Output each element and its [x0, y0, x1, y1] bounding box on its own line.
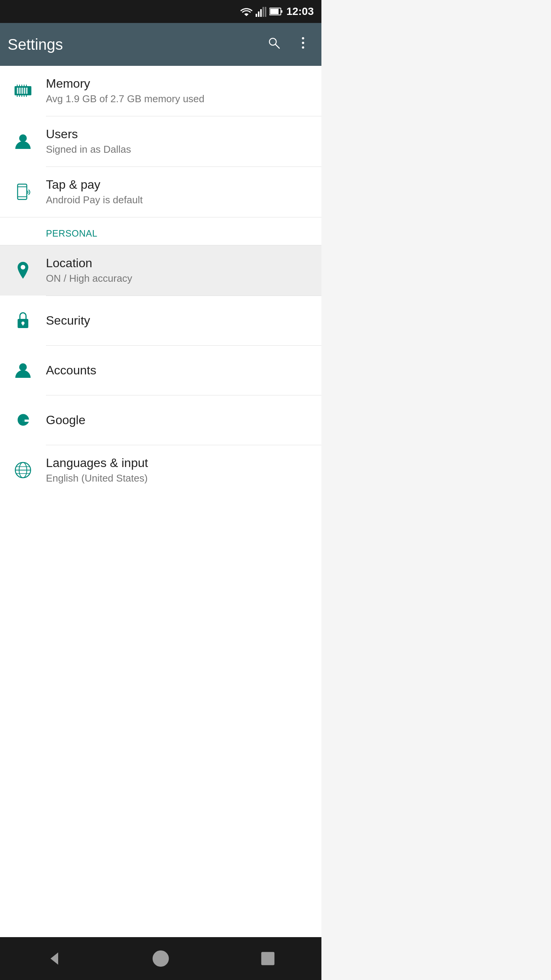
svg-rect-22: [24, 85, 24, 86]
svg-marker-44: [51, 952, 58, 965]
svg-point-45: [153, 951, 168, 966]
app-bar: Settings: [0, 23, 321, 66]
accounts-title: Accounts: [46, 363, 96, 377]
app-bar-title: Settings: [8, 36, 256, 53]
svg-point-33: [21, 265, 25, 270]
settings-item-users[interactable]: Users Signed in as Dallas: [0, 116, 321, 167]
svg-rect-36: [23, 323, 24, 325]
security-icon: [9, 307, 37, 334]
settings-item-google[interactable]: G Google: [0, 395, 321, 445]
svg-rect-20: [19, 85, 20, 86]
wifi-icon: [240, 7, 253, 16]
more-options-button[interactable]: [292, 32, 314, 57]
section-header-personal-label: Personal: [46, 228, 98, 238]
svg-rect-17: [24, 88, 25, 94]
recents-button[interactable]: [253, 943, 283, 974]
battery-icon: [269, 7, 283, 16]
svg-rect-46: [262, 952, 274, 965]
tap-pay-subtitle: Android Pay is default: [46, 194, 143, 206]
settings-item-tap-pay[interactable]: Tap & pay Android Pay is default: [0, 167, 321, 217]
svg-rect-7: [270, 9, 279, 14]
svg-text:G: G: [18, 415, 25, 425]
status-time: 12:03: [286, 5, 314, 18]
status-bar: 12:03: [0, 0, 321, 23]
svg-line-9: [276, 44, 279, 48]
tap-pay-icon: [9, 178, 37, 206]
svg-point-12: [302, 46, 304, 49]
languages-content: Languages & input English (United States…: [46, 456, 148, 484]
google-content: Google: [46, 413, 85, 427]
svg-rect-23: [26, 85, 27, 86]
svg-rect-19: [17, 85, 18, 86]
settings-item-languages[interactable]: Languages & input English (United States…: [0, 445, 321, 495]
svg-rect-16: [21, 88, 23, 94]
memory-content: Memory Avg 1.9 GB of 2.7 GB memory used: [46, 77, 204, 105]
users-title: Users: [46, 127, 131, 141]
svg-rect-2: [260, 9, 262, 17]
svg-rect-18: [26, 88, 28, 94]
users-subtitle: Signed in as Dallas: [46, 144, 131, 155]
svg-rect-4: [265, 7, 266, 17]
status-icons: 12:03: [240, 5, 314, 18]
google-title: Google: [46, 413, 85, 427]
security-content: Security: [46, 314, 90, 328]
search-button[interactable]: [263, 32, 285, 57]
signal-icon: [256, 6, 266, 17]
tap-pay-content: Tap & pay Android Pay is default: [46, 178, 143, 206]
settings-list: Memory Avg 1.9 GB of 2.7 GB memory used …: [0, 66, 321, 937]
users-icon: [9, 127, 37, 155]
back-button[interactable]: [38, 943, 69, 974]
home-button[interactable]: [145, 943, 176, 974]
settings-item-location[interactable]: Location ON / High accuracy: [0, 245, 321, 296]
svg-rect-0: [256, 14, 257, 17]
tap-pay-title: Tap & pay: [46, 178, 143, 192]
svg-rect-27: [24, 95, 24, 97]
svg-point-10: [302, 37, 304, 39]
svg-rect-28: [26, 95, 27, 97]
languages-title: Languages & input: [46, 456, 148, 470]
svg-rect-1: [258, 11, 259, 17]
location-content: Location ON / High accuracy: [46, 256, 132, 284]
users-content: Users Signed in as Dallas: [46, 127, 131, 155]
accounts-icon: [9, 356, 37, 384]
svg-rect-6: [281, 10, 282, 13]
location-title: Location: [46, 256, 132, 270]
svg-rect-15: [19, 88, 21, 94]
svg-point-11: [302, 42, 304, 44]
svg-point-29: [19, 134, 27, 142]
accounts-content: Accounts: [46, 363, 96, 377]
memory-title: Memory: [46, 77, 204, 91]
languages-icon: [9, 456, 37, 484]
security-title: Security: [46, 314, 90, 328]
location-icon: [9, 256, 37, 284]
location-subtitle: ON / High accuracy: [46, 273, 132, 284]
svg-rect-26: [21, 95, 22, 97]
svg-rect-24: [17, 95, 18, 97]
memory-subtitle: Avg 1.9 GB of 2.7 GB memory used: [46, 93, 204, 105]
settings-item-accounts[interactable]: Accounts: [0, 346, 321, 395]
svg-rect-21: [21, 85, 22, 86]
settings-item-security[interactable]: Security: [0, 296, 321, 345]
svg-rect-3: [262, 7, 264, 17]
settings-item-memory[interactable]: Memory Avg 1.9 GB of 2.7 GB memory used: [0, 66, 321, 116]
svg-rect-14: [17, 88, 18, 94]
google-icon: G: [9, 406, 37, 434]
languages-subtitle: English (United States): [46, 472, 148, 484]
memory-icon: [9, 77, 37, 105]
section-header-personal: Personal: [0, 217, 321, 245]
svg-point-37: [19, 363, 27, 371]
bottom-nav-bar: [0, 937, 321, 980]
svg-rect-25: [19, 95, 20, 97]
